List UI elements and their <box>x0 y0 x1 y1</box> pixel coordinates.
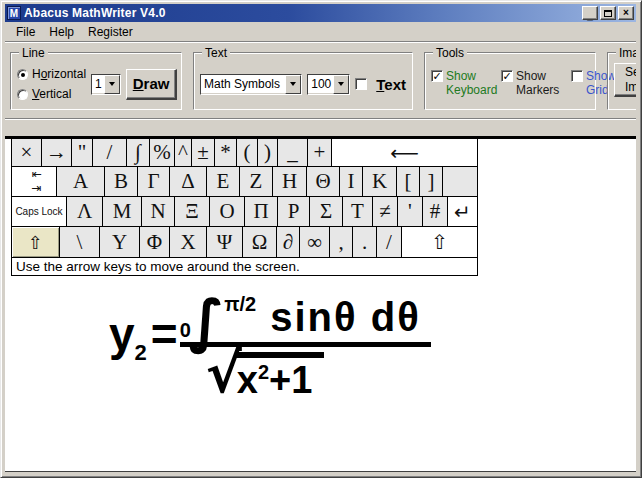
keyboard-key[interactable]: P <box>278 197 310 226</box>
chevron-down-icon <box>290 82 296 86</box>
keyboard-key[interactable]: Ψ <box>207 227 243 257</box>
keyboard-key[interactable]: X <box>170 227 207 257</box>
radio-vertical-circle <box>17 89 28 100</box>
keyboard-key[interactable]: ∂ <box>277 227 300 257</box>
keyboard-key[interactable]: [ <box>397 167 420 196</box>
keyboard-key[interactable]: M <box>103 197 142 226</box>
keyboard-row: ×→"/∫%^±*()_+⟵ <box>12 139 477 167</box>
keyboard-key[interactable]: → <box>42 139 72 166</box>
font-size-dropdown-button[interactable] <box>333 75 349 94</box>
line-width-select[interactable]: 1 <box>91 74 121 95</box>
window-title: Abacus MathWriter V4.0 <box>24 6 580 20</box>
caps-lock-key[interactable]: Caps Lock <box>12 197 67 226</box>
keyboard-key[interactable]: Σ <box>310 197 343 226</box>
keyboard-key[interactable]: I <box>340 167 363 196</box>
equation-lhs-subscript: 2 <box>135 340 147 365</box>
keyboard-key[interactable]: Δ <box>170 167 207 196</box>
maximize-icon <box>604 10 612 17</box>
toolbar: Line Horizontal Vertical 1 Draw Text Ma <box>5 41 636 119</box>
close-button[interactable]: × <box>618 6 634 20</box>
keyboard-key[interactable]: O <box>210 197 245 226</box>
line-width-value: 1 <box>92 75 104 94</box>
keyboard-key[interactable]: Π <box>245 197 278 226</box>
shift-key[interactable]: ⇧ <box>12 227 60 257</box>
keyboard-key[interactable]: ∞ <box>300 227 330 257</box>
integral-upper-limit: π/2 <box>224 293 256 316</box>
keyboard-key[interactable]: B <box>105 167 138 196</box>
keyboard-key[interactable]: + <box>308 139 332 166</box>
keyboard-key[interactable]: . <box>353 227 377 257</box>
blank-key[interactable] <box>443 167 477 196</box>
keyboard-key[interactable]: ∫ <box>127 139 150 166</box>
maximize-button[interactable] <box>600 6 616 20</box>
line-width-dropdown-button[interactable] <box>104 75 120 94</box>
keyboard-key[interactable]: ^ <box>175 139 192 166</box>
keyboard-key[interactable]: / <box>93 139 127 166</box>
keyboard-key[interactable]: # <box>423 197 448 226</box>
title-bar[interactable]: M Abacus MathWriter V4.0 _ × <box>5 4 636 22</box>
radio-vertical-label: Vertical <box>32 87 71 101</box>
keyboard-key[interactable]: Z <box>240 167 273 196</box>
keyboard-key[interactable]: K <box>363 167 397 196</box>
keyboard-key[interactable]: " <box>72 139 93 166</box>
keyboard-key[interactable]: Λ <box>67 197 103 226</box>
equation[interactable]: y2 = 0 ∫ π/2 sinθ dθ √ x2+1 <box>109 297 431 399</box>
font-size-select[interactable]: 100 <box>307 74 350 95</box>
keyboard-key[interactable]: / <box>377 227 402 257</box>
keyboard-status-text: Use the arrow keys to move around the sc… <box>12 257 477 275</box>
keyboard-key[interactable]: Y <box>100 227 140 257</box>
menu-file[interactable]: File <box>9 23 42 41</box>
image-group-legend: Imag <box>616 46 636 60</box>
keyboard-key[interactable]: ] <box>420 167 443 196</box>
draw-button[interactable]: Draw <box>126 69 178 100</box>
keyboard-key[interactable]: Φ <box>140 227 170 257</box>
tool-checkbox-show-keyboard[interactable]: ✓Show Keyboard <box>431 70 498 98</box>
keyboard-key[interactable]: × <box>12 139 42 166</box>
keyboard-key[interactable]: * <box>215 139 237 166</box>
font-select[interactable]: Math Symbols <box>200 74 302 95</box>
keyboard-key[interactable]: N <box>142 197 175 226</box>
menu-help[interactable]: Help <box>42 23 81 41</box>
keyboard-key[interactable]: ) <box>258 139 278 166</box>
menu-register[interactable]: Register <box>81 23 140 41</box>
keyboard-key[interactable]: Γ <box>138 167 170 196</box>
tool-checkbox-show-markers[interactable]: ✓Show Markers <box>501 70 568 98</box>
text-mode-checkbox[interactable] <box>355 78 367 90</box>
keyboard-key[interactable]: E <box>207 167 240 196</box>
keyboard-key[interactable]: H <box>273 167 307 196</box>
keyboard-key[interactable]: % <box>150 139 175 166</box>
select-image-button[interactable]: Se Ima <box>614 63 636 97</box>
keyboard-key[interactable]: ± <box>192 139 215 166</box>
font-select-dropdown-button[interactable] <box>285 75 301 94</box>
backspace-key[interactable]: ⟵ <box>332 139 477 166</box>
keyboard-key[interactable]: Θ <box>307 167 340 196</box>
shift-right-key[interactable]: ⇧ <box>402 227 477 257</box>
keyboard-key[interactable]: \ <box>60 227 100 257</box>
keyboard-key[interactable]: T <box>343 197 373 226</box>
keyboard-key[interactable]: ' <box>398 197 423 226</box>
keyboard-key[interactable]: Ξ <box>175 197 210 226</box>
keyboard-key[interactable]: Ω <box>243 227 277 257</box>
minimize-button[interactable]: _ <box>582 6 598 20</box>
integrand: sinθ dθ <box>270 297 421 337</box>
tools-group-legend: Tools <box>433 46 467 60</box>
virtual-keyboard: ×→"/∫%^±*()_+⟵⇤ ⇥ABΓΔEZHΘIK[]Caps LockΛM… <box>11 139 478 276</box>
checkbox-checked[interactable]: ✓ <box>431 70 443 82</box>
tab-key[interactable]: ⇤ ⇥ <box>12 167 57 196</box>
keyboard-key[interactable]: , <box>330 227 353 257</box>
equation-numerator: 0 ∫ π/2 sinθ dθ <box>180 297 431 347</box>
checkbox-checked[interactable]: ✓ <box>501 70 513 82</box>
keyboard-key[interactable]: A <box>57 167 105 196</box>
keyboard-key[interactable]: ( <box>237 139 258 166</box>
keyboard-key[interactable]: _ <box>278 139 308 166</box>
keyboard-key[interactable]: ≠ <box>373 197 398 226</box>
enter-key[interactable]: ↵ <box>448 197 477 226</box>
text-group: Text Math Symbols 100 Text <box>193 52 413 110</box>
radio-vertical[interactable]: Vertical <box>17 87 86 101</box>
radio-horizontal[interactable]: Horizontal <box>17 67 86 81</box>
document-canvas[interactable]: ×→"/∫%^±*()_+⟵⇤ ⇥ABΓΔEZHΘIK[]Caps LockΛM… <box>5 136 636 472</box>
text-mode-label: Text <box>376 76 406 93</box>
checkbox-unchecked[interactable] <box>571 70 583 82</box>
image-group: Imag Se Ima <box>607 52 636 110</box>
font-select-value: Math Symbols <box>201 75 285 94</box>
